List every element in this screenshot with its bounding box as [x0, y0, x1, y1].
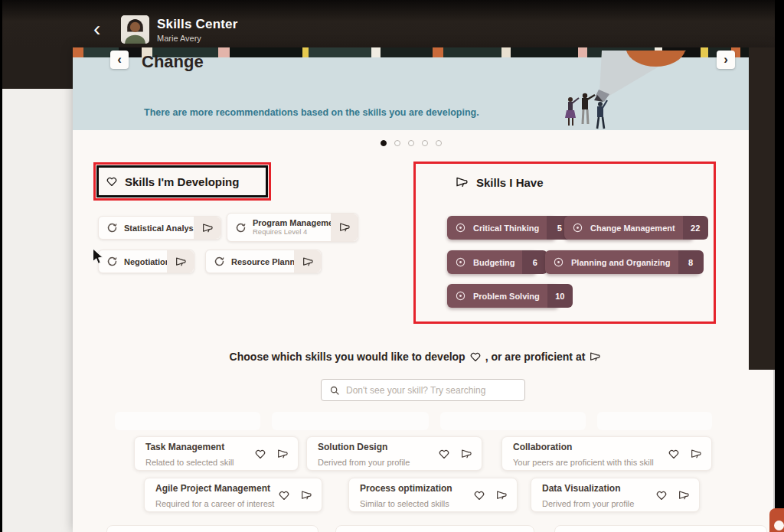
floating-assistant-button[interactable] — [769, 508, 784, 532]
proficient-megaphone-button[interactable] — [300, 489, 312, 501]
skill-card-task-management[interactable]: Task Management Related to selected skil… — [134, 436, 299, 471]
card-subtitle: Required for a career of interest — [155, 499, 274, 508]
megaphone-icon — [175, 256, 187, 268]
progress-ring-icon — [235, 222, 247, 233]
megaphone-icon — [455, 175, 469, 189]
carousel-next-button[interactable]: › — [717, 51, 735, 69]
proficient-megaphone-button[interactable] — [678, 489, 690, 501]
chip-label: Critical Thinking — [473, 224, 547, 233]
megaphone-icon — [201, 222, 214, 234]
have-chip-budgeting[interactable]: Budgeting 6 — [447, 250, 537, 274]
chip-label: Planning and Organizing — [571, 258, 678, 267]
skill-card-collaboration[interactable]: Collaboration Your peers are proficient … — [501, 436, 712, 471]
develop-heart-button[interactable] — [473, 489, 485, 501]
avatar — [121, 15, 149, 44]
card-title: Solution Design — [318, 442, 387, 452]
prompt-develop-text: Choose which skills you would like to de… — [230, 351, 466, 363]
carousel-dot-3[interactable] — [408, 140, 414, 146]
proficiency-icon — [455, 290, 466, 302]
skill-card-process-optimization[interactable]: Process optimization Similar to selected… — [348, 478, 518, 512]
skeleton-chip — [440, 412, 586, 430]
proficient-megaphone-button[interactable] — [495, 489, 508, 501]
chip-label: Statistical Analysis — [124, 224, 201, 233]
endorse-button[interactable] — [194, 217, 220, 239]
page-subtitle: Marie Avery — [157, 34, 201, 43]
skill-card-data-visualization[interactable]: Data Visualization Derived from your pro… — [531, 478, 700, 512]
proficiency-icon — [455, 222, 466, 233]
carousel-prev-button[interactable]: ‹ — [110, 51, 129, 69]
banner-message: There are more recommendations based on … — [144, 107, 479, 118]
have-chip-problem-solving[interactable]: Problem Solving 10 — [447, 284, 559, 308]
develop-heart-button[interactable] — [278, 489, 290, 501]
developing-chip-statistical-analysis[interactable]: Statistical Analysis — [98, 216, 221, 240]
card-subtitle: Derived from your profile — [542, 499, 634, 508]
progress-ring-icon — [106, 222, 118, 233]
chip-sublabel: Requires Level 4 — [253, 228, 341, 237]
develop-heart-button[interactable] — [254, 448, 266, 460]
banner-title: Change — [142, 52, 204, 72]
developing-chip-resource-planning[interactable]: Resource Planning — [205, 250, 322, 273]
endorse-button[interactable] — [167, 250, 194, 273]
screen: ‹ Skills Center Marie Avery — [0, 0, 784, 532]
header-left-shoulder — [2, 47, 73, 89]
skill-card-solution-design[interactable]: Solution Design Derived from your profil… — [306, 436, 482, 471]
carousel-dot-1[interactable] — [381, 140, 387, 146]
megaphone-icon — [338, 221, 351, 233]
develop-heart-button[interactable] — [668, 448, 680, 460]
have-chip-change-management[interactable]: Change Management 22 — [564, 216, 694, 240]
endorse-button[interactable] — [294, 250, 321, 273]
card-subtitle: Derived from your profile — [318, 458, 410, 467]
back-button[interactable]: ‹ — [93, 18, 100, 40]
skeleton-chip — [272, 412, 429, 430]
develop-heart-button[interactable] — [655, 489, 668, 501]
assistant-icon — [774, 521, 784, 530]
skill-card-agile-project-management[interactable]: Agile Project Management Required for a … — [144, 478, 322, 512]
chooser-prompt: Choose which skills you would like to de… — [73, 351, 762, 363]
progress-ring-icon — [106, 256, 118, 267]
endorsement-count: 22 — [683, 216, 708, 240]
chip-label: Problem Solving — [473, 292, 547, 301]
card-title: Task Management — [145, 442, 224, 452]
skeleton-chip — [115, 412, 260, 430]
endorsement-count: 8 — [678, 250, 704, 274]
card-title: Data Visualization — [542, 483, 620, 494]
chip-label: Negotiation — [124, 257, 171, 266]
carousel-dots — [73, 140, 749, 146]
proficient-megaphone-button[interactable] — [276, 448, 289, 460]
prompt-proficient-text: , or are proficient at — [485, 351, 586, 363]
skill-card-partial — [335, 525, 534, 532]
skill-card-partial — [106, 525, 318, 532]
megaphone-icon — [589, 351, 601, 363]
heart-icon — [469, 351, 482, 363]
megaphone-icon — [302, 256, 314, 268]
carousel-dot-4[interactable] — [422, 140, 428, 146]
chip-label: Budgeting — [473, 258, 522, 267]
carousel-dot-2[interactable] — [394, 140, 400, 146]
have-chip-planning-and-organizing[interactable]: Planning and Organizing 8 — [545, 250, 701, 274]
progress-ring-icon — [214, 256, 225, 267]
proficient-megaphone-button[interactable] — [460, 448, 472, 460]
skill-card-partial — [554, 525, 767, 532]
developing-chip-negotiation[interactable]: Negotiation — [98, 250, 194, 273]
app-header — [2, 0, 775, 47]
have-section-heading: Skills I Have — [455, 175, 544, 189]
proficient-megaphone-button[interactable] — [690, 448, 702, 460]
card-subtitle: Your peers are proficient with this skil… — [513, 458, 654, 467]
card-subtitle: Similar to selected skills — [360, 499, 449, 508]
have-section-title: Skills I Have — [476, 176, 544, 189]
carousel-dot-5[interactable] — [436, 140, 442, 146]
search-input[interactable] — [346, 385, 524, 396]
endorsement-count: 10 — [547, 284, 573, 308]
chip-label: Program Management — [253, 218, 341, 228]
have-chip-critical-thinking[interactable]: Critical Thinking 5 — [447, 216, 556, 240]
skill-search — [321, 379, 525, 401]
develop-heart-button[interactable] — [438, 448, 450, 460]
card-subtitle: Related to selected skill — [145, 458, 234, 467]
endorsement-count: 6 — [522, 250, 547, 274]
backdrop-right-column — [749, 47, 775, 370]
card-title: Agile Project Management — [155, 483, 270, 494]
chip-label: Change Management — [590, 224, 683, 233]
proficiency-icon — [553, 256, 564, 268]
endorse-button[interactable] — [331, 214, 358, 241]
developing-chip-program-management[interactable]: Program Management Requires Level 4 — [227, 213, 358, 242]
